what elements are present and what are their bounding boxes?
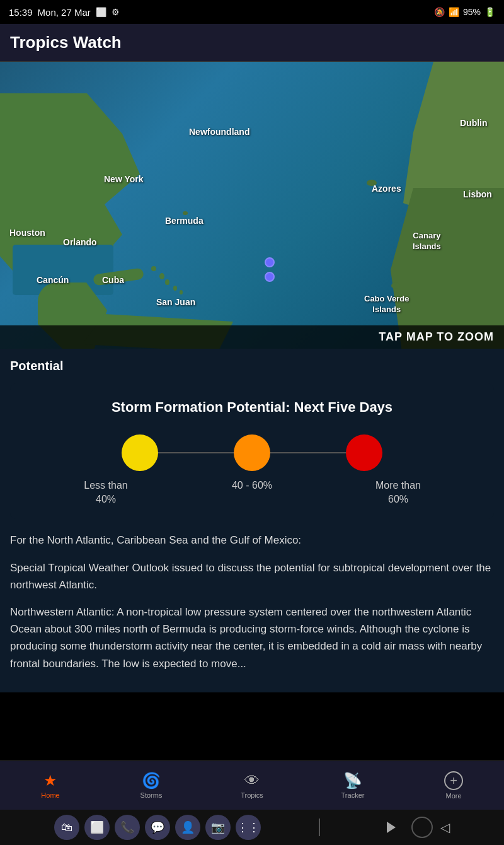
android-bag-btn[interactable]: 🛍	[54, 815, 79, 840]
legend-yellow	[122, 434, 158, 471]
storm-marker-2	[265, 272, 275, 282]
nav-item-storms[interactable]: 🌀 Storms	[101, 767, 202, 804]
card-title: Storm Formation Potential: Next Five Day…	[20, 399, 484, 417]
text-para-3: Northwestern Atlantic: A non-tropical lo…	[10, 603, 494, 672]
land-africa	[391, 188, 504, 349]
text-content: For the North Atlantic, Caribbean Sea an…	[0, 532, 504, 692]
nav-divider	[319, 819, 320, 836]
legend-label-yellow: Less than40%	[68, 479, 144, 507]
mute-icon: 🔕	[434, 7, 445, 17]
island-1	[151, 266, 156, 271]
home-icon: ★	[43, 772, 57, 790]
screenshot-icon: ⬜	[96, 7, 106, 17]
android-circle-btn[interactable]	[411, 817, 433, 838]
island-3	[165, 279, 169, 285]
nav-item-home[interactable]: ★ Home	[0, 767, 101, 804]
settings-icon: ⚙	[112, 7, 120, 17]
land-azores	[367, 180, 377, 186]
battery-icon: 🔋	[484, 7, 495, 17]
legend-dot-orange	[234, 434, 270, 471]
storm-icon: 🌀	[142, 772, 161, 790]
map-container[interactable]: Newfoundland New York Dublin Azores Lisb…	[0, 62, 504, 349]
legend-dot-yellow	[122, 434, 158, 471]
legend-labels-row: Less than40% 40 - 60% More than60%	[20, 479, 484, 507]
storm-potential-card: Storm Formation Potential: Next Five Day…	[10, 383, 494, 519]
tap-map-label: TAP MAP TO ZOOM	[379, 330, 494, 344]
android-square-btn[interactable]: ⬜	[84, 815, 110, 840]
bottom-nav-bar: ★ Home 🌀 Storms 👁 Tropics 📡 Tracker + Mo…	[0, 760, 504, 810]
android-phone-btn[interactable]: 📞	[115, 815, 140, 840]
land-canary-islands	[420, 231, 433, 237]
android-play-btn[interactable]	[379, 815, 404, 840]
page-title: Tropics Watch	[10, 33, 494, 52]
android-back-btn[interactable]: ◁	[440, 820, 450, 835]
nav-storms-label: Storms	[140, 791, 163, 799]
legend-label-red: More than60%	[360, 479, 436, 507]
text-para-2: Special Tropical Weather Outlook issued …	[10, 559, 494, 593]
status-date: Mon, 27 Mar	[38, 7, 91, 18]
island-2	[159, 273, 164, 279]
legend-dot-red	[346, 434, 382, 471]
android-person-btn[interactable]: 👤	[175, 815, 200, 840]
island-5	[180, 290, 183, 294]
text-para-1: For the North Atlantic, Caribbean Sea an…	[10, 532, 494, 549]
nav-item-tracker[interactable]: 📡 Tracker	[302, 767, 403, 804]
content-area: Potential Storm Formation Potential: Nex…	[0, 349, 504, 692]
android-nav-bar: 🛍 ⬜ 📞 💬 👤 📷 ⋮⋮ ◁	[0, 810, 504, 845]
status-time: 15:39	[9, 7, 33, 18]
legend-label-orange: 40 - 60%	[214, 479, 290, 507]
storm-marker-1	[265, 257, 275, 267]
android-msg-btn[interactable]: 💬	[145, 815, 170, 840]
nav-tropics-label: Tropics	[241, 791, 263, 799]
potential-section: Potential Storm Formation Potential: Nex…	[0, 349, 504, 519]
battery-label: 95%	[463, 7, 481, 17]
wifi-icon: 📶	[449, 7, 459, 17]
android-camera-btn[interactable]: 📷	[205, 815, 231, 840]
land-cabo-verde	[391, 283, 400, 289]
nav-tracker-label: Tracker	[341, 791, 365, 799]
potential-title: Potential	[10, 359, 494, 373]
nav-more-label: More	[445, 792, 461, 800]
tropics-icon: 👁	[244, 772, 260, 790]
nav-item-tropics[interactable]: 👁 Tropics	[202, 767, 302, 804]
land-bermuda	[183, 211, 188, 215]
android-grid-btn[interactable]: ⋮⋮	[236, 815, 261, 840]
legend-dots-row	[20, 434, 484, 471]
legend-orange	[234, 434, 270, 471]
nav-item-more[interactable]: + More	[403, 766, 504, 805]
more-icon: +	[444, 771, 463, 790]
legend-red	[346, 434, 382, 471]
bottom-area: ★ Home 🌀 Storms 👁 Tropics 📡 Tracker + Mo…	[0, 760, 504, 845]
island-4	[173, 286, 177, 291]
status-bar: 15:39 Mon, 27 Mar ⬜ ⚙ 🔕 📶 95% 🔋	[0, 0, 504, 24]
app-header: Tropics Watch	[0, 24, 504, 62]
map-overlay-bar[interactable]: TAP MAP TO ZOOM	[0, 325, 504, 349]
nav-home-label: Home	[41, 791, 59, 799]
tracker-icon: 📡	[343, 772, 362, 790]
